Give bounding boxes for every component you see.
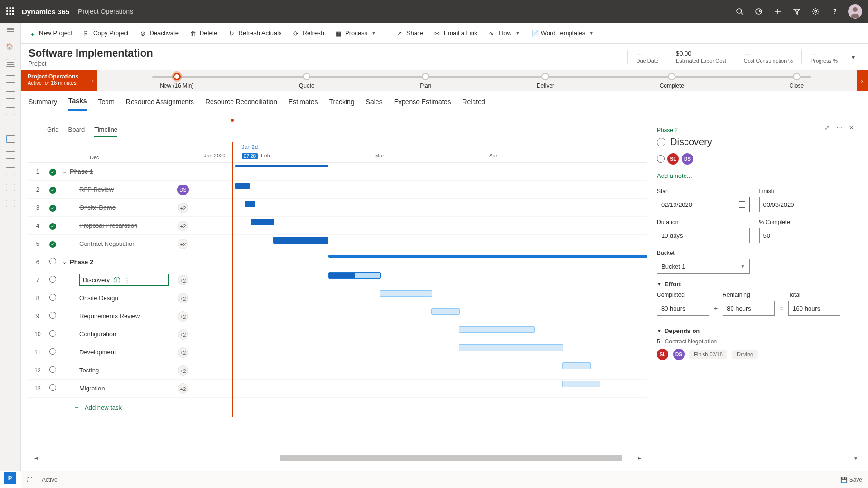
rail-item-7[interactable] — [6, 184, 15, 191]
effort-section-header[interactable]: ▼Effort — [657, 281, 851, 288]
dep-person-sl[interactable]: SL — [657, 349, 668, 360]
close-panel-icon[interactable]: ✕ — [849, 124, 854, 131]
view-tab-grid[interactable]: Grid — [47, 126, 59, 137]
delete-button[interactable]: 🗑Delete — [185, 28, 222, 39]
bar-development[interactable] — [459, 344, 563, 351]
person-icon — [657, 155, 665, 163]
metric-due-date: ---Due Date — [627, 50, 667, 64]
hover-date-label: Jan 2d — [242, 144, 258, 150]
filter-icon[interactable] — [787, 2, 806, 21]
rail-item-5[interactable] — [6, 151, 15, 159]
bar-phase1[interactable] — [235, 165, 328, 167]
module-name[interactable]: Project Operations — [78, 8, 133, 15]
rail-item-3[interactable] — [6, 91, 15, 99]
app-launcher-icon[interactable] — [6, 7, 15, 16]
save-button[interactable]: 💾 Save — [840, 477, 862, 483]
copy-project-button[interactable]: ⎘Copy Project — [79, 28, 133, 39]
gantt-chart — [228, 163, 647, 417]
percent-complete-input[interactable]: 50 — [759, 228, 852, 243]
bar-contract[interactable] — [273, 237, 328, 244]
bar-phase2[interactable] — [328, 255, 647, 258]
bar-rfp[interactable] — [235, 183, 250, 189]
view-tab-board[interactable]: Board — [68, 126, 85, 137]
refresh-actuals-button[interactable]: ↻Refresh Actuals — [224, 28, 287, 39]
app-name[interactable]: Dynamics 365 — [22, 8, 69, 16]
start-date-input[interactable]: 02/19/2020 — [657, 197, 750, 212]
rail-item-1[interactable] — [6, 59, 15, 67]
bpf-collapse-button[interactable]: ‹ — [88, 70, 97, 91]
help-icon[interactable] — [825, 2, 844, 21]
bar-migration[interactable] — [562, 381, 600, 387]
depends-section-header[interactable]: ▼Depends on — [657, 327, 851, 334]
rail-item-6[interactable] — [6, 167, 15, 175]
dep-person-ds[interactable]: DS — [673, 349, 685, 360]
assistant-icon[interactable] — [749, 2, 768, 21]
task-complete-toggle[interactable] — [657, 138, 665, 146]
horizontal-scrollbar[interactable]: ◀ ▶ — [33, 455, 642, 461]
settings-icon[interactable] — [806, 2, 825, 21]
app-badge[interactable]: P — [4, 472, 16, 484]
assignee-ds[interactable]: DS — [682, 153, 693, 165]
add-note-link[interactable]: Add a note... — [657, 172, 851, 179]
user-avatar[interactable] — [848, 4, 862, 19]
status-restore-icon[interactable]: ⛶ — [27, 477, 32, 483]
tab-estimates[interactable]: Estimates — [289, 93, 318, 110]
rail-item-2[interactable] — [6, 75, 15, 83]
deactivate-button[interactable]: ⊘Deactivate — [135, 28, 183, 39]
search-icon[interactable] — [730, 2, 749, 21]
bar-testing[interactable] — [562, 362, 591, 369]
total-effort-input[interactable]: 160 hours — [788, 301, 840, 316]
bar-discovery[interactable] — [328, 272, 381, 279]
add-icon[interactable] — [768, 2, 787, 21]
expand-panel-icon[interactable]: ⤢ — [824, 124, 829, 131]
tab-sales[interactable]: Sales — [366, 93, 383, 110]
tab-resource-reconciliation[interactable]: Resource Reconciliation — [205, 93, 277, 110]
rail-item-8[interactable] — [6, 200, 15, 207]
bar-onsite-design[interactable] — [380, 290, 432, 297]
bar-onsite-demo[interactable] — [245, 201, 255, 207]
tab-team[interactable]: Team — [98, 93, 115, 110]
tab-related[interactable]: Related — [462, 93, 485, 110]
calendar-icon[interactable] — [739, 201, 745, 208]
tab-tracking[interactable]: Tracking — [329, 93, 354, 110]
new-project-button[interactable]: ＋New Project — [25, 28, 77, 39]
bpf-stage-0[interactable]: New (16 Min) — [160, 73, 193, 89]
svg-point-9 — [737, 9, 742, 13]
duration-input[interactable]: 10 days — [657, 228, 750, 243]
bpf-stage-5[interactable]: Close — [790, 73, 804, 89]
bpf-stage-2[interactable]: Plan — [420, 73, 431, 89]
home-icon[interactable]: 🏠 — [6, 43, 15, 50]
bpf-stage-1[interactable]: Quote — [299, 73, 315, 89]
remaining-effort-input[interactable]: 80 hours — [723, 301, 775, 316]
view-tab-timeline[interactable]: Timeline — [94, 126, 117, 137]
tab-resource-assignments[interactable]: Resource Assignments — [126, 93, 194, 110]
more-icon[interactable]: ⋯ — [836, 124, 842, 131]
tab-tasks[interactable]: Tasks — [68, 92, 87, 111]
bpf-stage-4[interactable]: Complete — [660, 73, 684, 89]
bucket-select[interactable]: Bucket 1▼ — [657, 259, 750, 274]
bar-proposal[interactable] — [251, 219, 274, 225]
word-templates-button[interactable]: 📄Word Templates▼ — [527, 28, 598, 39]
rail-item-active[interactable] — [6, 135, 15, 143]
expand-header-icon[interactable]: ▼ — [846, 54, 860, 60]
scroll-down-icon[interactable]: ▼ — [853, 456, 858, 461]
flow-button[interactable]: ∿Flow▼ — [484, 28, 524, 39]
form-tabs: SummaryTasksTeamResource AssignmentsReso… — [21, 91, 868, 112]
share-button[interactable]: ↗Share — [392, 28, 428, 39]
menu-icon[interactable] — [6, 27, 15, 34]
bar-requirements[interactable] — [431, 308, 460, 315]
rail-item-4[interactable] — [6, 107, 15, 115]
bpf-stage-3[interactable]: Deliver — [537, 73, 554, 89]
tab-expense-estimates[interactable]: Expense Estimates — [394, 93, 451, 110]
assignee-sl[interactable]: SL — [667, 153, 679, 165]
email-link-button[interactable]: ✉Email a Link — [430, 28, 482, 39]
process-button[interactable]: ▦Process▼ — [331, 28, 381, 39]
record-entity: Project — [29, 60, 153, 67]
assignees-row[interactable]: SL DS — [657, 153, 851, 165]
refresh-button[interactable]: ⟳Refresh — [289, 28, 329, 39]
completed-effort-input[interactable]: 80 hours — [657, 301, 709, 316]
finish-date-input[interactable]: 03/03/2020 — [759, 197, 852, 212]
tab-summary[interactable]: Summary — [29, 93, 57, 110]
bpf-next-button[interactable]: › — [857, 70, 868, 91]
bar-configuration[interactable] — [459, 326, 535, 333]
